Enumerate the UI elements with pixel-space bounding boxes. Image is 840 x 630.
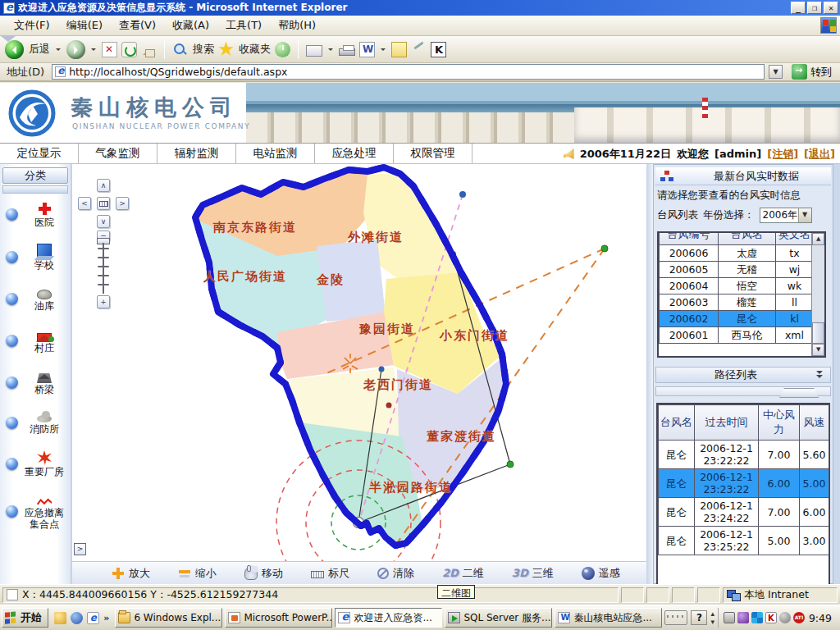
year-dropdown-icon[interactable]: ▼ [798,208,811,222]
map-tool-二维[interactable]: 2D二维 [442,566,484,581]
map-tool-三维[interactable]: 3D三维 [512,566,554,581]
scroll-up-icon[interactable]: ▲ [812,233,824,245]
typhoon-point-blue[interactable] [459,191,466,198]
menu-item-0[interactable]: 文件(F) [7,16,57,35]
map-tool-清除[interactable]: 清除 [377,566,414,581]
sidebar-item-school[interactable]: 学校 [0,244,71,271]
sidebar-item-bridge[interactable]: 桥梁 [0,369,71,395]
ati-tray-icon[interactable]: ATI [793,612,805,623]
address-dropdown-icon[interactable]: ▼ [769,65,783,79]
update-tray-icon[interactable] [779,612,791,623]
menu-item-3[interactable]: 收藏(A) [165,16,217,35]
full-extent-button[interactable] [97,197,110,210]
table-row[interactable]: 200605无稽wj [660,262,812,278]
task-button-4[interactable]: 秦山核电站应急... [555,608,662,628]
typhoon-table-scrollbar[interactable]: ▲ ▼ [811,233,824,356]
typhoon-point-red[interactable] [386,403,392,409]
sidebar-item-fire-station[interactable]: 消防所 [0,411,71,435]
task-button-3[interactable]: SQL Server 服务... [445,608,552,628]
map-canvas[interactable]: 南京东路街道外滩街道人民广场街道金陵豫园街道小东门街道老西门街道董家渡街道半淞园… [72,164,646,561]
menu-item-1[interactable]: 编辑(E) [59,16,110,35]
table-row[interactable]: 200603榴莲ll [660,294,812,311]
sidebar-item-important-plant[interactable]: 重要厂房 [0,450,71,477]
tray-expand-icon[interactable]: ▴▾ [710,609,714,626]
history-button[interactable] [275,42,290,57]
quick-launch-icon[interactable] [71,612,83,624]
go-button[interactable]: 转到 [787,64,837,80]
nav-tab-4[interactable]: 应急处理 [315,144,394,163]
typhoon-point-blue[interactable] [379,367,385,372]
home-button[interactable] [141,42,157,57]
start-button[interactable]: 开始 [2,608,48,628]
help-tray-button[interactable]: ? [691,610,707,625]
table-row[interactable]: 昆仑2006-12-1 23:25:225.003.00 [659,527,829,555]
table-row[interactable]: 200602昆仑kl [660,311,812,327]
restore-button[interactable]: ❐ [807,2,822,14]
pan-left-button[interactable]: < [78,197,91,210]
messenger-tray-icon[interactable] [737,612,749,623]
pan-right-button[interactable]: > [116,197,129,210]
menu-item-5[interactable]: 帮助(H) [271,16,323,35]
panel-splitter[interactable] [646,164,653,584]
scroll-thumb[interactable] [812,322,824,344]
antivirus-tray-icon[interactable]: K [765,612,777,623]
menu-item-4[interactable]: 工具(T) [218,16,269,35]
quick-launch-overflow-icon[interactable]: » [103,613,109,623]
mail-button[interactable] [306,43,335,57]
forward-button[interactable] [66,40,98,59]
table-row[interactable]: 昆仑2006-12-1 23:22:227.005.60 [659,441,829,469]
pan-down-button[interactable]: ∨ [97,215,110,228]
task-button-0[interactable]: 6 Windows Expl...▼ [115,608,222,628]
task-button-2[interactable]: 欢迎进入应急资... [335,608,442,628]
zoom-slider-track[interactable] [97,243,110,294]
network-tray-icon[interactable] [751,612,763,623]
map-tool-放大[interactable]: 放大 [112,566,150,581]
exit-link[interactable]: [退出] [804,147,835,162]
path-list-header[interactable]: 路径列表 [655,367,831,383]
typhoon-point-green[interactable] [601,245,608,252]
right-scroll-strip[interactable] [833,164,840,584]
nav-tab-5[interactable]: 权限管理 [394,144,472,163]
nav-tab-1[interactable]: 气象监测 [79,144,158,163]
logout-link[interactable]: [注销] [767,147,798,162]
stop-button[interactable] [102,42,117,57]
mail-dropdown-icon[interactable] [328,48,333,53]
table-row[interactable]: 昆仑2006-12-1 23:24:227.006.00 [659,498,829,527]
edit-word-button[interactable] [359,42,387,57]
minimize-button[interactable]: _ [791,2,806,14]
edit-dropdown-icon[interactable] [381,48,386,53]
table-row[interactable]: 200601西马伦xml [660,327,812,344]
year-select[interactable]: 2006年 ▼ [760,208,812,223]
notes-button[interactable] [391,42,407,57]
sidebar-item-hospital[interactable]: 医院 [0,201,71,228]
map-tool-标尺[interactable]: 标尺 [311,566,349,581]
sql-server-tray-icon[interactable] [724,612,735,623]
address-input[interactable]: http://localhost/QSgridwebgis/default.as… [52,64,765,80]
sidebar-item-assembly-point[interactable]: 应急撤离集合点 [0,493,71,530]
keyboard-layout-icon[interactable] [664,610,687,625]
table-row[interactable]: 200604悟空wk [660,278,812,294]
quick-launch-icon[interactable] [54,612,66,624]
search-button[interactable]: 搜索 [172,42,214,57]
favorites-button[interactable]: 收藏夹 [218,42,271,57]
print-button[interactable] [339,48,355,56]
collapse-chevrons-icon[interactable] [815,371,824,379]
task-button-1[interactable]: Microsoft PowerP... [225,608,332,628]
sidebar-item-village[interactable]: 村庄 [0,327,71,354]
table-row[interactable]: 昆仑2006-12-1 23:23:226.005.00 [659,469,829,498]
nav-tab-0[interactable]: 定位显示 [0,144,79,163]
quick-launch-ie-icon[interactable]: e [87,612,99,624]
back-dropdown-icon[interactable] [56,48,61,53]
zoom-in-step-button[interactable]: + [97,295,110,308]
table-row[interactable]: 200606太虚tx [660,245,812,262]
close-button[interactable]: ✕ [824,2,838,14]
refresh-button[interactable] [121,42,137,57]
sidebar-expand-button[interactable]: > [74,543,86,555]
nav-tab-2[interactable]: 辐射监测 [158,144,236,163]
map-tool-遥感[interactable]: 遥感 [582,566,620,581]
map-tool-缩小[interactable]: 缩小 [178,566,217,581]
forward-dropdown-icon[interactable] [91,48,96,53]
scroll-down-icon[interactable]: ▼ [812,344,824,356]
nav-tab-3[interactable]: 电站监测 [236,144,315,163]
sidebar-item-oil-depot[interactable]: 油库 [0,286,71,312]
